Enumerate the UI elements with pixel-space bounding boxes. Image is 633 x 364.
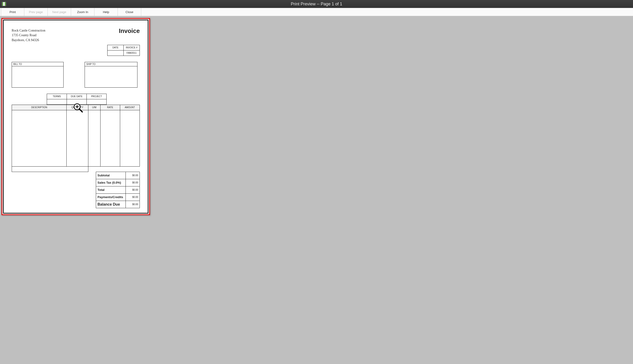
col-amount: AMOUNT [120, 105, 140, 110]
payments-credits-label: Payments/Credits [96, 194, 126, 201]
subtotal-value: $0.00 [126, 172, 140, 179]
titlebar: Print Preview -- Page 1 of 1 [0, 0, 633, 8]
total-label: Total [96, 186, 126, 194]
preview-workspace[interactable]: Rock Castle Construction 1735 County Roa… [0, 16, 633, 364]
col-quantity: QUANTITY [67, 105, 88, 110]
zoom-in-button[interactable]: Zoom In [71, 8, 95, 16]
invoice-no-value: FAM2011 [124, 50, 140, 56]
terms-header: TERMS [47, 94, 67, 99]
balance-due-value: $0.00 [126, 201, 140, 208]
date-header: DATE [108, 45, 124, 50]
project-header: PROJECT [87, 94, 107, 99]
col-um: U/M [88, 105, 100, 110]
app-icon [2, 2, 6, 6]
bill-to-box: BILL TO [12, 62, 64, 88]
col-rate: RATE [100, 105, 120, 110]
close-button[interactable]: Close [118, 8, 141, 16]
payments-credits-value: $0.00 [126, 194, 140, 201]
toolbar: Print Prev page Next page Zoom In Help C… [0, 8, 633, 16]
project-value [87, 99, 107, 104]
prev-page-button: Prev page [24, 8, 48, 16]
window-title: Print Preview -- Page 1 of 1 [0, 2, 633, 6]
table-row [12, 110, 140, 166]
sales-tax-label: Sales Tax (0.0%) [96, 179, 126, 186]
invoice-meta-table: DATE INVOICE # FAM2011 [107, 45, 140, 56]
due-date-value [67, 99, 87, 104]
invoice-page[interactable]: Rock Castle Construction 1735 County Roa… [3, 20, 148, 214]
line-items-table: DESCRIPTION QUANTITY U/M RATE AMOUNT [12, 105, 140, 172]
ship-to-box: SHIP TO [85, 62, 138, 88]
sales-tax-value: $0.00 [126, 179, 140, 186]
due-date-header: DUE DATE [67, 94, 87, 99]
next-page-button: Next page [48, 8, 71, 16]
ship-to-label: SHIP TO [85, 62, 137, 66]
company-name: Rock Castle Construction [12, 28, 45, 33]
company-block: Rock Castle Construction 1735 County Roa… [12, 28, 45, 42]
company-addr2: Bayshore, CA 94326 [12, 38, 45, 42]
company-addr1: 1735 County Road [12, 33, 45, 38]
table-footer-row [12, 166, 140, 172]
terms-table: TERMS DUE DATE PROJECT [47, 94, 107, 105]
document-title: Invoice [119, 27, 140, 34]
print-button[interactable]: Print [1, 8, 24, 16]
invoice-no-header: INVOICE # [124, 45, 140, 50]
date-value [108, 50, 124, 56]
help-button[interactable]: Help [95, 8, 118, 16]
bill-to-label: BILL TO [12, 62, 63, 66]
totals-table: Subtotal $0.00 Sales Tax (0.0%) $0.00 To… [96, 172, 140, 208]
balance-due-label: Balance Due [96, 201, 126, 208]
page-selection-highlight: Rock Castle Construction 1735 County Roa… [2, 18, 150, 215]
total-value: $0.00 [126, 186, 140, 194]
col-description: DESCRIPTION [12, 105, 67, 110]
subtotal-label: Subtotal [96, 172, 126, 179]
terms-value [47, 99, 67, 104]
